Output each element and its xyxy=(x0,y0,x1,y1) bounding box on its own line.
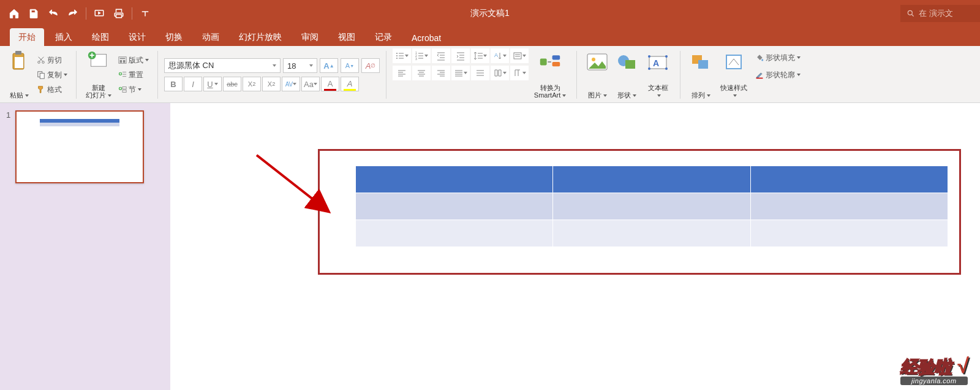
search-box[interactable]: 在 演示文 xyxy=(900,5,980,22)
slide-canvas[interactable] xyxy=(198,109,952,390)
svg-point-39 xyxy=(665,67,668,70)
tab-record[interactable]: 记录 xyxy=(366,28,401,46)
shapes-icon xyxy=(616,50,638,74)
line-spacing-button[interactable] xyxy=(471,48,489,63)
tab-acrobat[interactable]: Acrobat xyxy=(403,29,450,46)
copy-label: 复制 xyxy=(47,70,67,80)
format-painter-button[interactable]: 格式 xyxy=(34,83,70,96)
redo-icon[interactable] xyxy=(64,4,82,23)
align-right-button[interactable] xyxy=(432,66,450,80)
layout-icon xyxy=(118,56,127,64)
text-direction-button[interactable]: A xyxy=(491,48,509,63)
change-case-button[interactable]: Aa xyxy=(301,77,320,91)
justify-button[interactable] xyxy=(451,66,470,80)
search-placeholder: 在 演示文 xyxy=(919,8,953,19)
section-icon xyxy=(118,85,127,94)
pen-icon xyxy=(755,71,764,79)
cut-button[interactable]: 剪切 xyxy=(34,53,70,67)
paste-button[interactable]: 粘贴 xyxy=(5,48,33,100)
clear-format-button[interactable]: A∅ xyxy=(361,58,380,73)
shape-outline-button[interactable]: 形状轮廓 xyxy=(753,68,803,82)
tab-view[interactable]: 视图 xyxy=(330,28,364,46)
layout-button[interactable]: 版式 xyxy=(116,53,151,67)
svg-rect-28 xyxy=(552,55,560,59)
distribute-button[interactable] xyxy=(471,66,489,80)
slide-canvas-area[interactable] xyxy=(170,103,980,390)
tab-home[interactable]: 开始 xyxy=(10,28,44,46)
font-size-value: 18 xyxy=(287,61,296,71)
layout-label: 版式 xyxy=(129,55,149,66)
watermark: 经验啦 √ jingyanla.com xyxy=(900,354,968,385)
underline-button[interactable]: U xyxy=(203,77,222,91)
subscript-button[interactable]: X2 xyxy=(262,77,281,91)
svg-rect-4 xyxy=(15,57,23,68)
bucket-icon xyxy=(755,53,764,62)
increase-indent-button[interactable] xyxy=(451,48,470,63)
new-slide-button[interactable]: 新建 幻灯片 xyxy=(83,48,115,100)
text-direction-rtl-button[interactable] xyxy=(510,66,529,80)
chevron-down-icon xyxy=(273,64,276,67)
home-icon[interactable] xyxy=(5,4,23,23)
quick-style-button[interactable]: 快速样式 xyxy=(716,48,752,100)
align-left-button[interactable] xyxy=(393,66,411,80)
font-color-button[interactable]: A xyxy=(321,77,339,91)
shapes-button[interactable]: 形状 xyxy=(612,48,641,100)
tab-slideshow[interactable]: 幻灯片放映 xyxy=(230,28,290,46)
table-row xyxy=(356,220,948,247)
tab-insert[interactable]: 插入 xyxy=(47,28,81,46)
align-center-button[interactable] xyxy=(412,66,431,80)
group-paragraph: 123 A xyxy=(393,48,570,101)
highlight-button[interactable]: A xyxy=(341,77,359,91)
grow-font-button[interactable]: A▲ xyxy=(320,58,338,73)
shrink-font-button[interactable]: A▼ xyxy=(341,58,359,73)
picture-button[interactable]: 图片 xyxy=(583,48,611,100)
tab-transition[interactable]: 切换 xyxy=(157,28,191,46)
decrease-indent-button[interactable] xyxy=(432,48,450,63)
customize-qat-icon[interactable] xyxy=(136,4,154,23)
tab-design[interactable]: 设计 xyxy=(120,28,154,46)
section-button[interactable]: 节 xyxy=(116,83,151,96)
ribbon: 粘贴 剪切 复制 格式 xyxy=(0,46,980,103)
arrange-button[interactable]: 排列 xyxy=(687,48,715,100)
ribbon-tabs: 开始 插入 绘图 设计 切换 动画 幻灯片放映 审阅 视图 记录 Acrobat xyxy=(0,26,980,46)
svg-rect-26 xyxy=(514,53,521,59)
tab-draw[interactable]: 绘图 xyxy=(83,28,118,46)
svg-line-45 xyxy=(257,155,327,210)
undo-icon[interactable] xyxy=(44,4,62,23)
numbering-button[interactable]: 123 xyxy=(412,48,431,63)
shape-fill-button[interactable]: 形状填充 xyxy=(753,51,803,64)
italic-button[interactable]: I xyxy=(184,77,202,91)
group-arrange: 排列 快速样式 形状填充 形状轮廓 xyxy=(687,48,803,101)
annotation-arrow xyxy=(254,152,339,222)
char-spacing-button[interactable]: AV xyxy=(282,77,300,91)
svg-text:3: 3 xyxy=(415,57,417,61)
new-slide-icon xyxy=(88,50,110,74)
svg-rect-13 xyxy=(120,60,123,63)
tab-animation[interactable]: 动画 xyxy=(194,28,228,46)
font-name-select[interactable]: 思源黑体 CN xyxy=(164,58,281,73)
quick-style-label: 快速样式 xyxy=(720,84,748,99)
slideshow-icon[interactable] xyxy=(90,4,108,23)
textbox-icon: A xyxy=(647,50,669,74)
tab-review[interactable]: 审阅 xyxy=(293,28,327,46)
print-icon[interactable] xyxy=(110,4,128,23)
slide-thumbnail-1[interactable] xyxy=(15,110,144,183)
textbox-button[interactable]: A 文本框 xyxy=(642,48,674,100)
inserted-table[interactable] xyxy=(355,166,948,247)
reset-button[interactable]: 重置 xyxy=(116,68,151,82)
superscript-button[interactable]: X2 xyxy=(243,77,261,91)
columns-button[interactable] xyxy=(491,66,509,80)
bold-button[interactable]: B xyxy=(164,77,183,91)
svg-point-21 xyxy=(396,58,398,59)
strike-button[interactable]: abc xyxy=(223,77,241,91)
font-size-select[interactable]: 18 xyxy=(283,58,317,73)
align-text-button[interactable] xyxy=(510,48,529,63)
convert-smartart-button[interactable]: 转换为 SmartArt xyxy=(530,48,570,100)
quick-style-icon xyxy=(723,50,745,74)
picture-label: 图片 xyxy=(588,91,607,99)
save-icon[interactable] xyxy=(24,4,43,23)
slide-thumbnail-panel[interactable]: 1 xyxy=(0,103,170,390)
arrange-label: 排列 xyxy=(692,91,710,99)
copy-button[interactable]: 复制 xyxy=(34,68,70,82)
bullets-button[interactable] xyxy=(393,48,411,63)
